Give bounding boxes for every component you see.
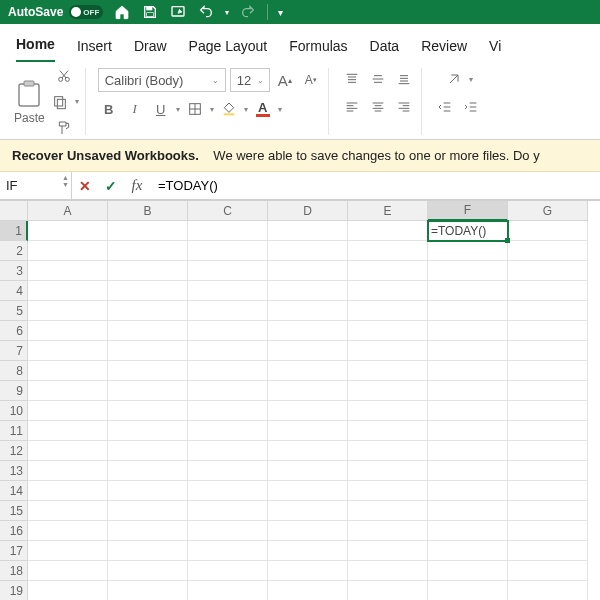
decrease-indent-button[interactable] xyxy=(434,96,456,118)
cell[interactable] xyxy=(508,261,588,281)
cell[interactable] xyxy=(108,561,188,581)
align-middle-button[interactable] xyxy=(367,68,389,90)
cell[interactable] xyxy=(188,341,268,361)
cell[interactable] xyxy=(348,441,428,461)
cell[interactable] xyxy=(268,381,348,401)
cell[interactable] xyxy=(348,521,428,541)
row-header[interactable]: 5 xyxy=(0,301,28,321)
cell[interactable] xyxy=(348,361,428,381)
cell[interactable] xyxy=(108,521,188,541)
underline-dropdown-icon[interactable]: ▾ xyxy=(176,105,180,114)
cell[interactable] xyxy=(428,521,508,541)
cell[interactable] xyxy=(108,241,188,261)
cell[interactable] xyxy=(428,541,508,561)
font-color-dropdown-icon[interactable]: ▾ xyxy=(278,105,282,114)
quick-access-dropdown-icon[interactable]: ▾ xyxy=(278,7,283,18)
cell[interactable] xyxy=(188,241,268,261)
cell[interactable] xyxy=(268,481,348,501)
cell[interactable] xyxy=(428,481,508,501)
cell[interactable] xyxy=(428,441,508,461)
cell[interactable] xyxy=(508,401,588,421)
cell[interactable] xyxy=(188,261,268,281)
paste-button[interactable]: Paste xyxy=(14,79,45,125)
cell[interactable] xyxy=(108,301,188,321)
align-top-button[interactable] xyxy=(341,68,363,90)
edit-icon[interactable] xyxy=(169,3,187,21)
orientation-dropdown-icon[interactable]: ▾ xyxy=(469,75,473,84)
row-header[interactable]: 6 xyxy=(0,321,28,341)
cell[interactable] xyxy=(348,321,428,341)
cell[interactable] xyxy=(428,341,508,361)
column-header[interactable]: G xyxy=(508,201,588,221)
cell[interactable] xyxy=(508,521,588,541)
cell[interactable] xyxy=(508,221,588,241)
cell[interactable] xyxy=(108,401,188,421)
row-header[interactable]: 7 xyxy=(0,341,28,361)
cell[interactable] xyxy=(108,321,188,341)
tab-page-layout[interactable]: Page Layout xyxy=(189,38,268,62)
cell[interactable] xyxy=(428,461,508,481)
align-bottom-button[interactable] xyxy=(393,68,415,90)
cell[interactable] xyxy=(268,581,348,600)
cell[interactable] xyxy=(348,381,428,401)
cell[interactable] xyxy=(188,421,268,441)
cell[interactable] xyxy=(348,401,428,421)
confirm-formula-button[interactable]: ✓ xyxy=(98,172,124,199)
align-right-button[interactable] xyxy=(393,96,415,118)
row-header[interactable]: 3 xyxy=(0,261,28,281)
cell[interactable] xyxy=(508,361,588,381)
cell[interactable] xyxy=(108,361,188,381)
increase-font-button[interactable]: A▴ xyxy=(274,69,296,91)
cell[interactable] xyxy=(188,281,268,301)
copy-dropdown-icon[interactable]: ▾ xyxy=(75,97,79,106)
cell[interactable] xyxy=(108,421,188,441)
cell[interactable] xyxy=(268,361,348,381)
row-header[interactable]: 4 xyxy=(0,281,28,301)
cell[interactable] xyxy=(428,241,508,261)
cell[interactable] xyxy=(28,341,108,361)
cell[interactable] xyxy=(188,221,268,241)
cell[interactable] xyxy=(268,341,348,361)
cell[interactable] xyxy=(188,401,268,421)
fill-color-button[interactable] xyxy=(218,98,240,120)
row-header[interactable]: 16 xyxy=(0,521,28,541)
cell[interactable] xyxy=(428,321,508,341)
cell[interactable] xyxy=(28,281,108,301)
borders-dropdown-icon[interactable]: ▾ xyxy=(210,105,214,114)
formula-input[interactable] xyxy=(150,172,600,199)
cell[interactable] xyxy=(188,481,268,501)
cell[interactable] xyxy=(348,501,428,521)
cell[interactable] xyxy=(508,581,588,600)
cell[interactable] xyxy=(428,261,508,281)
fill-color-dropdown-icon[interactable]: ▾ xyxy=(244,105,248,114)
cell[interactable] xyxy=(188,501,268,521)
row-header[interactable]: 11 xyxy=(0,421,28,441)
cell[interactable] xyxy=(508,461,588,481)
format-painter-button[interactable] xyxy=(49,117,79,139)
cell[interactable] xyxy=(428,421,508,441)
increase-indent-button[interactable] xyxy=(460,96,482,118)
cell[interactable] xyxy=(268,221,348,241)
redo-icon[interactable] xyxy=(239,3,257,21)
cell[interactable] xyxy=(508,321,588,341)
cell[interactable] xyxy=(188,441,268,461)
cell[interactable] xyxy=(28,241,108,261)
cell[interactable] xyxy=(348,541,428,561)
cell[interactable] xyxy=(188,461,268,481)
font-size-select[interactable]: 12 ⌄ xyxy=(230,68,270,92)
cell[interactable] xyxy=(508,541,588,561)
row-header[interactable]: 8 xyxy=(0,361,28,381)
tab-view-truncated[interactable]: Vi xyxy=(489,38,501,62)
cancel-formula-button[interactable]: ✕ xyxy=(72,172,98,199)
tab-home[interactable]: Home xyxy=(16,36,55,62)
cell[interactable] xyxy=(188,301,268,321)
cell[interactable] xyxy=(108,461,188,481)
tab-formulas[interactable]: Formulas xyxy=(289,38,347,62)
cell[interactable] xyxy=(28,301,108,321)
autosave-toggle[interactable]: OFF xyxy=(69,5,103,19)
cell[interactable] xyxy=(428,501,508,521)
cell[interactable] xyxy=(348,281,428,301)
cell[interactable] xyxy=(508,241,588,261)
undo-dropdown-icon[interactable]: ▾ xyxy=(225,8,229,17)
insert-function-button[interactable]: fx xyxy=(124,172,150,199)
